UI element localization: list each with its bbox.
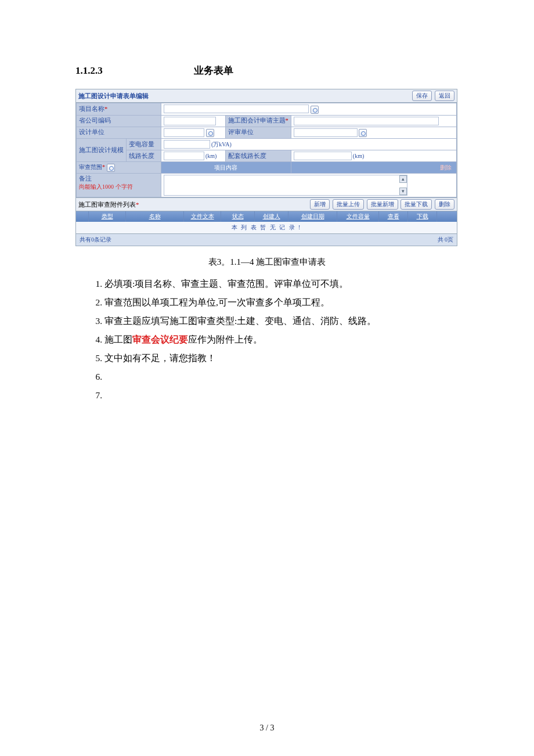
- label-review-scope: 审查范围*: [77, 162, 161, 174]
- form-container: 施工图设计申请表单编辑 保存 返回 项目名称* 省公司编码 施工图会计申请主题*…: [75, 89, 457, 246]
- label-line-length: 线路长度: [127, 150, 161, 162]
- label-apply-topic: 施工图会计申请主题*: [225, 115, 291, 127]
- note-2: 审查范围以单项工程为单位,可一次审查多个单项工程。: [104, 293, 459, 311]
- note-5: 文中如有不足，请您指教！: [104, 349, 459, 367]
- record-count: 共有0条记录: [80, 236, 111, 244]
- line-length-input[interactable]: [164, 152, 204, 160]
- col-date[interactable]: 创建日期: [288, 211, 337, 222]
- form-header-row: 施工图设计申请表单编辑 保存 返回: [76, 89, 457, 103]
- attach-batch-add-button[interactable]: 批量新增: [367, 199, 398, 210]
- col-checkbox: [76, 211, 89, 222]
- form-title: 施工图设计申请表单编辑: [78, 92, 149, 100]
- attach-title: 施工图审查附件列表*: [78, 200, 139, 209]
- remark-textarea[interactable]: ▴ ▾: [164, 175, 407, 196]
- project-name-input[interactable]: [164, 105, 309, 113]
- label-review-unit: 评审单位: [225, 127, 291, 139]
- label-design-unit: 设计单位: [77, 127, 161, 139]
- company-code-input[interactable]: [164, 117, 216, 125]
- section-heading: 1.1.2.3 业务表单: [75, 64, 459, 77]
- form-table: 项目名称* 省公司编码 施工图会计申请主题* 设计单位 评审单位 施工图设计规模…: [76, 103, 457, 197]
- field-pair-line[interactable]: (km): [291, 150, 456, 162]
- back-button[interactable]: 返回: [435, 91, 454, 101]
- lookup-icon[interactable]: [206, 129, 214, 137]
- field-company-code[interactable]: [161, 115, 226, 127]
- field-design-unit[interactable]: [161, 127, 226, 139]
- note-4-highlight: 审查会议纪要: [132, 334, 188, 344]
- page-number: 3 / 3: [0, 723, 534, 733]
- label-company-code: 省公司编码: [77, 115, 161, 127]
- attach-empty-row: 本 列 表 暂 无 记 录 !: [76, 222, 457, 233]
- label-scale-group: 施工图设计规模: [77, 139, 127, 162]
- col-project-content: 项目内容: [161, 162, 291, 174]
- field-review-unit[interactable]: [291, 127, 456, 139]
- note-1: 必填项:项目名称、审查主题、审查范围。评审单位可不填。: [104, 275, 459, 293]
- apply-topic-input[interactable]: [294, 117, 439, 125]
- col-download[interactable]: 下载: [408, 211, 437, 222]
- section-number: 1.1.2.3: [75, 65, 192, 77]
- lookup-icon[interactable]: [359, 129, 367, 137]
- note-3: 审查主题应填写施工图审查类型:土建、变电、通信、消防、线路。: [104, 312, 459, 330]
- field-line-length[interactable]: (km): [161, 150, 226, 162]
- field-project-name[interactable]: [161, 103, 457, 116]
- attach-footer-row: 共有0条记录 共 0页: [76, 233, 457, 246]
- delete-scope-button[interactable]: 删除: [291, 162, 456, 174]
- col-view[interactable]: 查看: [379, 211, 408, 222]
- attach-delete-button[interactable]: 删除: [435, 199, 454, 210]
- col-type[interactable]: 类型: [89, 211, 126, 222]
- note-6: [104, 368, 459, 386]
- design-unit-input[interactable]: [164, 128, 204, 137]
- col-file[interactable]: 文件文本: [184, 211, 221, 222]
- label-capacity: 变电容量: [127, 139, 161, 150]
- capacity-input[interactable]: [164, 140, 210, 149]
- col-status[interactable]: 状态: [221, 211, 255, 222]
- attach-columns-row: 类型 名称 文件文本 状态 创建人 创建日期 文件容量 查看 下载: [76, 211, 457, 222]
- attach-batch-download-button[interactable]: 批量下载: [400, 199, 432, 210]
- scroll-up-icon[interactable]: ▴: [399, 175, 407, 183]
- figure-caption: 表3。1.1—4 施工图审查申请表: [75, 257, 459, 268]
- attach-header-row: 施工图审查附件列表* 新增 批量上传 批量新增 批量下载 删除: [76, 197, 457, 211]
- field-remark[interactable]: ▴ ▾: [161, 174, 457, 197]
- remark-hint: 尚能输入1000 个字符: [79, 183, 133, 190]
- attach-add-button[interactable]: 新增: [310, 199, 330, 210]
- add-scope-icon[interactable]: [107, 164, 115, 172]
- label-pair-line: 配套线路长度: [225, 150, 291, 162]
- lookup-icon[interactable]: [311, 106, 319, 114]
- field-apply-topic[interactable]: [291, 115, 456, 127]
- label-project-name: 项目名称*: [77, 103, 161, 116]
- notes-list: 必填项:项目名称、审查主题、审查范围。评审单位可不填。 审查范围以单项工程为单位…: [104, 275, 459, 404]
- section-title: 业务表单: [194, 65, 233, 76]
- review-unit-input[interactable]: [294, 128, 358, 137]
- scroll-down-icon[interactable]: ▾: [399, 188, 407, 195]
- col-name[interactable]: 名称: [126, 211, 184, 222]
- save-button[interactable]: 保存: [412, 91, 432, 101]
- label-remark: 备注 尚能输入1000 个字符: [77, 174, 161, 197]
- col-creator[interactable]: 创建人: [255, 211, 288, 222]
- note-4: 施工图审查会议纪要应作为附件上传。: [104, 330, 459, 348]
- field-capacity[interactable]: (万kVA): [161, 139, 457, 150]
- note-7: [104, 386, 459, 404]
- col-size[interactable]: 文件容量: [337, 211, 379, 222]
- page-count: 共 0页: [438, 236, 454, 244]
- pair-line-input[interactable]: [294, 152, 352, 160]
- attach-batch-upload-button[interactable]: 批量上传: [333, 199, 364, 210]
